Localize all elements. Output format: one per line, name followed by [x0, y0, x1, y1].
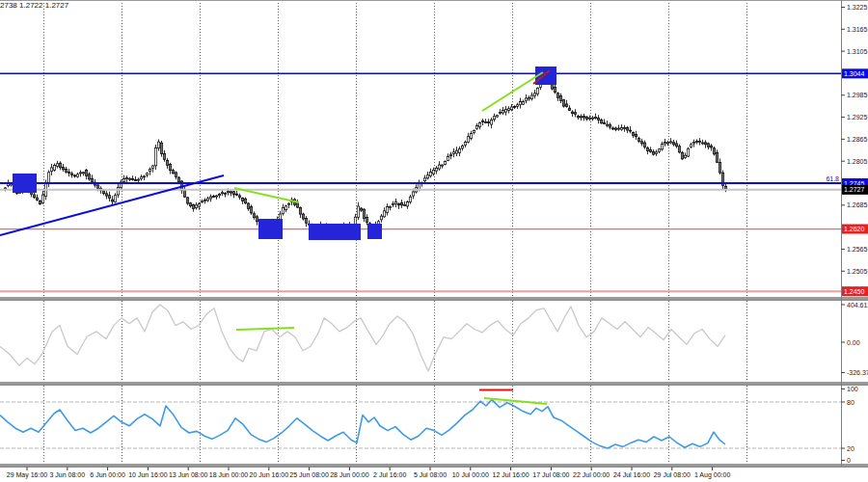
candle-body: [516, 105, 518, 107]
candle-body: [102, 191, 104, 194]
signal-square[interactable]: [309, 224, 361, 240]
candle-body: [568, 108, 570, 110]
candle-body: [556, 94, 558, 98]
y-axis-label: 1.2805: [847, 158, 868, 165]
candle-body: [426, 175, 428, 178]
candle-body: [701, 143, 703, 144]
candle-body: [400, 203, 402, 205]
candle-body: [39, 201, 41, 204]
candle-body: [583, 117, 584, 118]
candle-body: [655, 152, 657, 153]
candle-body: [478, 123, 480, 127]
candle-body: [438, 165, 440, 169]
x-axis-label: 22 Jul 00:00: [573, 471, 610, 478]
candle-body: [464, 142, 466, 145]
signal-square[interactable]: [13, 174, 37, 193]
x-axis-label: 10 Jul 00:00: [452, 471, 489, 478]
candle-body: [146, 174, 148, 175]
candle-body: [455, 150, 457, 153]
momentum-axis-label: 404.6122: [847, 302, 868, 308]
candle-body: [632, 133, 634, 136]
candle-body: [394, 201, 396, 203]
candle-body: [432, 171, 434, 174]
candle-body: [525, 98, 527, 101]
candle-body: [652, 151, 654, 154]
candle-body: [70, 174, 72, 175]
y-axis-label: 1.2925: [847, 114, 868, 120]
candle-body: [412, 192, 414, 196]
candle-body: [253, 214, 255, 218]
candle-body: [105, 194, 107, 196]
candle-body: [151, 166, 153, 169]
candle-body: [565, 104, 567, 107]
candle-body: [666, 143, 668, 144]
candle-body: [629, 130, 631, 131]
signal-square[interactable]: [258, 219, 283, 239]
candle-body: [710, 146, 712, 147]
candle-body: [637, 139, 639, 142]
candle-body: [406, 201, 408, 205]
candle-body: [224, 193, 226, 194]
candle-body: [73, 175, 75, 176]
candle-body: [212, 196, 214, 197]
candle-body: [467, 137, 469, 143]
candle-body: [244, 199, 246, 203]
candle-body: [79, 173, 81, 174]
x-axis-label: 13 Jun 08:00: [169, 471, 208, 478]
chart-canvas[interactable]: 1.32251.31651.31051.29851.29251.28651.28…: [0, 0, 868, 482]
candle-body: [221, 193, 223, 194]
candle-body: [719, 162, 720, 173]
candle-body: [580, 117, 582, 118]
candle-body: [4, 188, 6, 189]
rsi-axis-label: 80: [847, 399, 854, 406]
candle-body: [209, 197, 211, 199]
candle-body: [409, 197, 411, 201]
candle-body: [383, 211, 385, 217]
candle-body: [134, 179, 136, 180]
candle-body: [218, 194, 220, 195]
candle-body: [658, 149, 660, 151]
candle-body: [215, 196, 217, 197]
y-axis-label: 1.2565: [847, 246, 868, 253]
candle-body: [125, 177, 127, 178]
x-axis-label: 6 Jun 00:00: [90, 471, 125, 478]
candle-body: [493, 117, 495, 120]
candle-body: [96, 185, 98, 189]
candle-body: [611, 128, 613, 129]
candle-body: [186, 198, 188, 203]
x-axis-label: 2 Jul 16:00: [373, 471, 406, 478]
momentum-axis-label: 0.00: [847, 339, 860, 346]
price-badge-label: 1.3044: [844, 70, 865, 77]
candle-body: [172, 171, 174, 174]
candle-body: [403, 204, 405, 205]
price-badge-label: 1.2727: [844, 186, 865, 193]
candle-body: [169, 164, 171, 170]
separator-1: [0, 297, 868, 300]
candle-body: [530, 95, 532, 98]
candle-body: [606, 124, 608, 125]
candle-body: [661, 144, 663, 149]
candle-body: [82, 173, 84, 174]
signal-square[interactable]: [367, 224, 382, 239]
candle-body: [681, 153, 683, 159]
candle-body: [664, 143, 665, 144]
candle-body: [175, 173, 176, 177]
candle-body: [128, 178, 130, 179]
candle-body: [519, 102, 521, 105]
candle-body: [282, 208, 284, 214]
candle-body: [692, 143, 694, 144]
candle-body: [588, 118, 590, 119]
candle-body: [117, 187, 119, 195]
candle-body: [695, 142, 697, 143]
fib-level-label: 61.8: [826, 175, 839, 182]
candle-body: [85, 170, 87, 175]
candle-body: [76, 174, 78, 176]
candle-body: [626, 127, 628, 130]
candle-body: [513, 107, 515, 108]
candle-body: [473, 130, 475, 132]
candle-body: [203, 200, 205, 201]
y-axis-label: 1.2505: [847, 268, 868, 275]
candle-body: [487, 122, 489, 123]
x-axis-label: 10 Jun 16:00: [128, 471, 168, 478]
x-axis-label: 3 Jun 08:00: [50, 471, 86, 478]
